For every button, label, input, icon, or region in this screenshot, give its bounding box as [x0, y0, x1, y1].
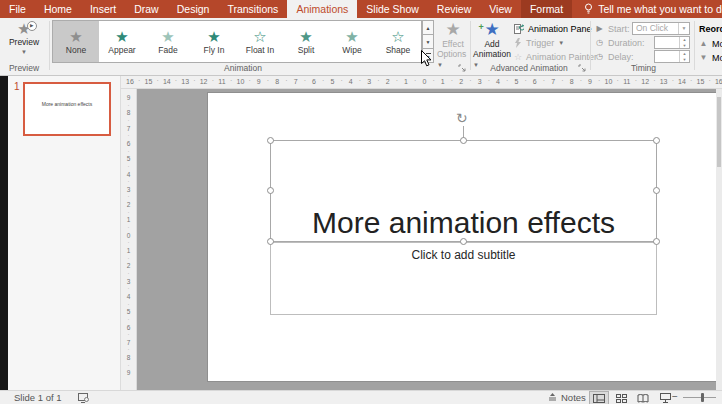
tab-review[interactable]: Review — [428, 0, 480, 18]
ruler-tick: 5 — [330, 78, 334, 85]
ruler-tick: 10 — [604, 78, 612, 85]
gallery-scroll-up-button[interactable]: ▲ — [422, 20, 434, 35]
selection-handle-bottom-right[interactable] — [653, 238, 660, 245]
selection-handle-top-right[interactable] — [653, 137, 660, 144]
animation-painter-button[interactable]: ☆ Animation Painter — [514, 50, 597, 63]
selection-handle-bottom-left[interactable] — [267, 238, 274, 245]
ruler-tick: 2 — [127, 201, 131, 208]
delay-spin-buttons[interactable]: ▲▼ — [679, 51, 689, 62]
move-later-button[interactable]: ▼ Move Later — [699, 51, 722, 64]
ruler-dot: · — [396, 77, 398, 84]
start-value: On Click — [633, 23, 678, 34]
group-label-animation: Animation — [52, 63, 434, 73]
zoom-slider-handle[interactable] — [701, 393, 704, 402]
status-bar: Slide 1 of 1 Notes — [0, 390, 722, 404]
ruler-dot: · — [304, 77, 306, 84]
tab-design[interactable]: Design — [168, 0, 219, 18]
ruler-dot: · — [128, 255, 130, 261]
tell-me-box[interactable]: Tell me what you want to do — [572, 0, 722, 18]
gallery-item-label: Appear — [108, 45, 135, 55]
animation-star-icon: ☆ — [391, 28, 404, 45]
tab-insert[interactable]: Insert — [81, 0, 125, 18]
ruler-tick: 6 — [127, 140, 131, 147]
ruler-dot: · — [377, 77, 379, 84]
selection-handle-middle-left[interactable] — [267, 187, 274, 194]
preview-button[interactable]: ★ ▶ Preview ▼ — [2, 20, 46, 57]
trigger-dropdown-caret: ▼ — [558, 40, 564, 46]
ruler-tick: 8 — [127, 354, 131, 361]
vertical-scrollbar[interactable] — [716, 89, 722, 390]
normal-view-icon — [593, 394, 605, 403]
tab-slide-show[interactable]: Slide Show — [357, 0, 428, 18]
delay-row: ◷ Delay: — [595, 50, 634, 63]
gallery-item-fly-in[interactable]: ★Fly In — [191, 21, 237, 62]
tab-transitions[interactable]: Transitions — [218, 0, 287, 18]
ruler-tick: 0 — [422, 78, 426, 85]
gallery-item-split[interactable]: ★Split — [283, 21, 329, 62]
ruler-dot: · — [128, 117, 130, 123]
add-animation-label-1: Add — [484, 39, 499, 49]
gallery-item-appear[interactable]: ★Appear — [99, 21, 145, 62]
duration-spin-buttons[interactable]: ▲▼ — [679, 37, 689, 48]
tab-format[interactable]: Format — [521, 0, 572, 18]
reorder-animation-label: Reorder Animation — [699, 22, 722, 35]
gallery-item-none[interactable]: ★None — [53, 21, 99, 62]
display-settings-icon[interactable] — [78, 393, 90, 403]
ruler-dot: · — [708, 77, 710, 84]
delay-spinner[interactable]: ▲▼ — [654, 50, 690, 63]
gallery-item-wipe[interactable]: ★Wipe — [329, 21, 375, 62]
gallery-item-fade[interactable]: ★Fade — [145, 21, 191, 62]
ruler-tick: 13 — [181, 78, 189, 85]
zoom-out-button[interactable]: − — [672, 391, 678, 403]
animation-dialog-launcher[interactable] — [458, 64, 466, 72]
ruler-dot: · — [524, 77, 526, 84]
move-earlier-button[interactable]: ▲ Move Earlier — [699, 37, 722, 50]
animation-pane-button[interactable]: Animation Pane — [514, 22, 592, 35]
ruler-tick: 11 — [218, 78, 225, 85]
move-later-label: Move Later — [712, 53, 722, 63]
ruler-tick: 7 — [294, 78, 298, 85]
title-placeholder[interactable]: More animation effects — [270, 140, 657, 242]
gallery-item-label: Float In — [246, 45, 274, 55]
slide-thumbnail[interactable]: More animation effects — [23, 82, 111, 136]
gallery-item-shape[interactable]: ☆Shape — [375, 21, 421, 62]
tab-animations[interactable]: Animations — [287, 0, 357, 18]
subtitle-placeholder[interactable]: Click to add subtitle — [270, 242, 657, 315]
normal-view-button[interactable] — [590, 392, 608, 404]
selection-handle-middle-right[interactable] — [653, 187, 660, 194]
trigger-button[interactable]: Trigger ▼ — [514, 36, 564, 49]
effect-options-star-icon: ★ — [445, 20, 460, 39]
notes-button[interactable]: Notes — [548, 391, 586, 404]
selection-handle-bottom-middle[interactable] — [460, 238, 467, 245]
gallery-scroll-down-button[interactable]: ▼ — [422, 34, 434, 49]
mouse-cursor — [421, 50, 432, 67]
start-combobox[interactable]: On Click ▼ — [632, 22, 690, 35]
slide-indicator: Slide 1 of 1 — [14, 391, 62, 404]
ruler-dot: · — [128, 301, 130, 307]
scrollbar-thumb[interactable] — [717, 97, 721, 167]
ruler-tick: 1 — [127, 247, 131, 254]
tab-file[interactable]: File — [0, 0, 35, 18]
gallery-item-float-in[interactable]: ☆Float In — [237, 21, 283, 62]
slide-number: 1 — [14, 81, 20, 92]
reading-view-button[interactable] — [634, 392, 652, 404]
duration-spinner[interactable]: ▲▼ — [654, 36, 690, 49]
selection-handle-top-left[interactable] — [267, 137, 274, 144]
selection-handle-top-middle[interactable] — [460, 137, 467, 144]
advanced-animation-dialog-launcher[interactable] — [578, 64, 586, 72]
tab-view[interactable]: View — [480, 0, 521, 18]
slide-sorter-view-button[interactable] — [612, 392, 630, 404]
animation-painter-label: Animation Painter — [526, 52, 597, 62]
ruler-dot: · — [598, 77, 600, 84]
preview-dropdown-caret: ▼ — [21, 47, 27, 57]
ruler-tick: 5 — [127, 308, 131, 315]
start-dropdown-caret[interactable]: ▼ — [678, 23, 689, 34]
tab-home[interactable]: Home — [35, 0, 81, 18]
ruler-tick: 16 — [715, 78, 722, 85]
effect-options-button[interactable]: ★ Effect Options ▼ — [437, 20, 469, 70]
ruler-tick: 8 — [127, 109, 131, 116]
notes-icon — [548, 393, 557, 402]
tab-draw[interactable]: Draw — [125, 0, 168, 18]
zoom-slider-track[interactable] — [683, 397, 716, 398]
rotate-handle-icon[interactable]: ↻ — [456, 110, 468, 126]
